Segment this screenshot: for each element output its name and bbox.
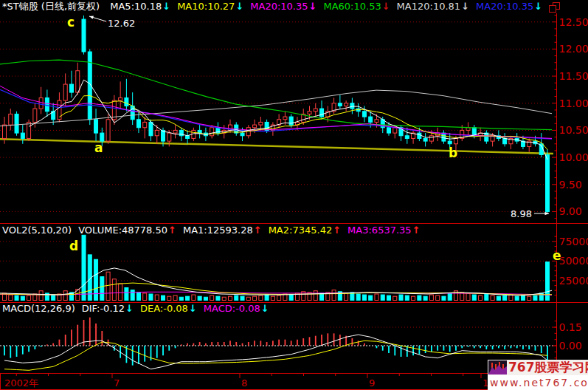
volume-indicator-bar: VOL2(5,10,20)VOLUME:48778.50↑MA1:12593.2… [2,224,427,236]
svg-text:7: 7 [114,377,120,389]
site-logo-icon [488,360,507,374]
svg-text:12.50: 12.50 [559,16,588,28]
watermark-site-name: 767股票学习网 [508,360,588,375]
note-low: 8.98 [511,209,532,219]
macd-header-item-0: MACD(12,26,9) [2,303,75,314]
svg-text:11.00: 11.00 [559,98,588,109]
right-price-axis: 12.5012.0011.5011.0010.5010.009.509.0075… [553,13,588,373]
macd-header-item-1: DIF:-0.12 [82,303,125,314]
main-header-item-0: MA5:10.18 [110,1,162,12]
vol-header-item-1: VOLUME:48778.50 [78,225,167,236]
svg-text:0.15: 0.15 [559,321,582,333]
main-header-trend-arrow-0: ↓ [162,1,170,12]
marker-a: a [94,142,103,154]
svg-text:9.00: 9.00 [559,205,582,217]
watermark-banner: 767股票学习网 [488,360,588,375]
svg-text:9.50: 9.50 [559,179,582,191]
main-header-item-5: MA20:10.35 [476,1,533,12]
svg-text:8: 8 [241,377,247,389]
vol-header-trend-arrow-1: ↑ [168,225,176,236]
svg-text:75000: 75000 [559,236,588,247]
vol-header-trend-arrow-2: ↑ [254,225,262,236]
macd-pane-histogram [4,318,547,366]
vol-header-item-3: MA2:7345.42 [269,225,333,236]
svg-text:12.00: 12.00 [559,43,588,55]
window-restore-icon[interactable] [549,2,559,12]
vol-header-trend-arrow-3: ↑ [333,225,341,236]
macd-header-trend-arrow-2: ↓ [189,303,197,314]
svg-text:50000: 50000 [559,255,588,267]
watermark: 767股票学习网 www.net767.com [488,360,588,390]
main-pane-ma-lines [0,60,552,160]
vol-header-item-0: VOL2(5,10,20) [2,225,72,236]
svg-text:25000: 25000 [559,275,588,287]
note-high: 12.62 [108,18,135,28]
vol-header-trend-arrow-4: ↑ [412,225,421,236]
macd-header-item-3: MACD:-0.08 [204,303,260,314]
main-header-trend-arrow-2: ↓ [309,1,317,12]
main-header-item-4: MA120:10.81 [397,1,461,12]
macd-pane-lines [4,335,547,370]
main-indicator-bar: *ST锦股 (日线,前复权) MA5:10.18↓MA10:10.27↓MA20… [2,0,549,13]
marker-c: c [67,16,75,29]
vol-header-item-4: MA3:6537.35 [347,225,412,236]
svg-text:0.00: 0.00 [559,340,582,352]
vol-header-item-2: MA1:12593.28 [183,225,253,236]
svg-text:11.50: 11.50 [559,70,588,82]
svg-text:2002年: 2002年 [4,377,38,389]
svg-text:10.00: 10.00 [559,151,588,163]
main-header-item-1: MA10:10.27 [177,1,235,12]
volume-pane-bars [3,235,550,300]
main-header-item-3: MA60:10.53 [323,1,381,12]
main-header-trend-arrow-1: ↓ [235,1,243,12]
macd-indicator-bar: MACD(12,26,9)DIF:-0.12↓DEA:-0.08↓MACD:-0… [2,302,276,315]
stock-chart-window: 12.5012.0011.5011.0010.5010.009.509.0075… [0,0,588,390]
trendline [0,139,553,154]
main-header-trend-arrow-5: ↓ [534,1,542,12]
macd-header-item-2: DEA:-0.08 [140,303,188,314]
window-restore-icon-front [549,5,556,13]
stock-title: *ST锦股 (日线,前复权) [2,1,100,12]
svg-text:10.50: 10.50 [559,124,588,136]
main-pane-candles [3,16,550,213]
marker-e: e [553,250,561,262]
svg-text:9: 9 [369,377,375,389]
chart-canvas[interactable]: 12.5012.0011.5011.0010.5010.009.509.0075… [0,0,588,390]
macd-header-trend-arrow-1: ↓ [125,303,134,314]
main-header-item-2: MA20:10.35 [250,1,308,12]
main-header-trend-arrow-4: ↓ [461,1,469,12]
main-header-trend-arrow-3: ↓ [382,1,390,12]
macd-header-trend-arrow-3: ↓ [261,303,269,314]
marker-b: b [449,147,457,160]
marker-d: d [69,240,78,253]
watermark-url: www.net767.com [488,375,588,390]
